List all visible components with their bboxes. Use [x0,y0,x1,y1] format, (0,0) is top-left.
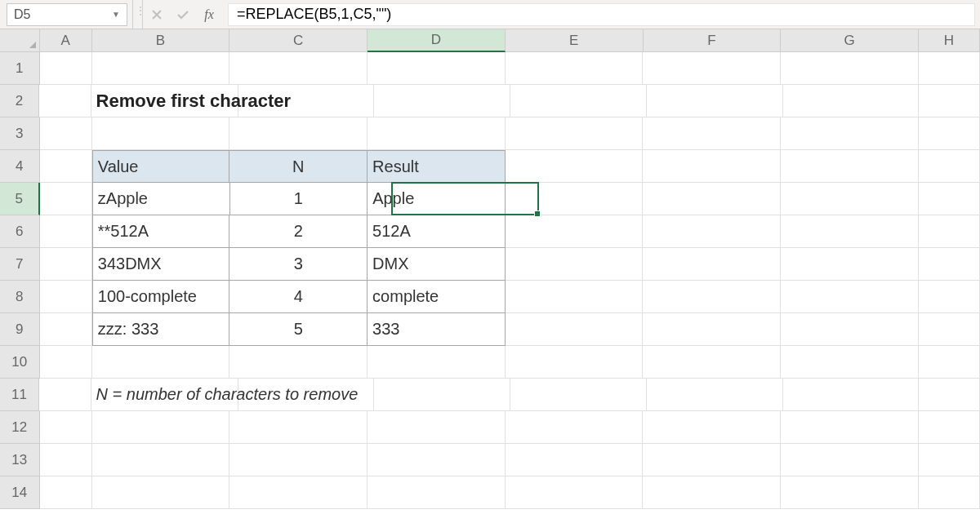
row-head-12[interactable]: 12 [0,411,40,444]
row-head-1[interactable]: 1 [0,52,40,85]
cell-F1[interactable] [643,52,781,85]
cell-A2[interactable] [39,85,91,117]
cell-C9[interactable]: 5 [229,313,368,346]
cell-B11[interactable]: N = number of characters to remove [91,379,238,411]
cell-G14[interactable] [781,476,919,509]
cell-F9[interactable] [643,313,781,346]
cell-H11[interactable] [919,379,980,411]
cell-E1[interactable] [506,52,644,85]
cell-G5[interactable] [781,183,919,215]
cell-E13[interactable] [506,444,644,476]
cell-F3[interactable] [643,117,781,150]
cell-C12[interactable] [229,411,368,444]
cell-F11[interactable] [647,379,783,411]
cell-H5[interactable] [919,183,980,215]
cell-D3[interactable] [368,117,506,150]
cell-D2[interactable] [374,85,510,117]
cell-G1[interactable] [781,52,919,85]
select-all-corner[interactable] [0,29,40,52]
cell-F12[interactable] [643,411,781,444]
cell-H8[interactable] [919,281,980,313]
cell-D1[interactable] [368,52,506,85]
cell-F2[interactable] [647,85,783,117]
cell-C6[interactable]: 2 [229,215,368,248]
col-head-H[interactable]: H [919,29,980,52]
cell-H10[interactable] [919,346,980,379]
cell-D9[interactable]: 333 [368,313,506,346]
enter-icon[interactable] [176,7,190,22]
cell-H13[interactable] [919,444,980,476]
cell-B14[interactable] [92,476,230,509]
cell-C10[interactable] [229,346,368,379]
row-head-3[interactable]: 3 [0,117,40,150]
cell-E4[interactable] [506,150,644,183]
cancel-icon[interactable] [149,7,164,22]
cell-D8[interactable]: complete [368,281,506,313]
cell-H1[interactable] [919,52,980,85]
cell-F14[interactable] [643,476,781,509]
cell-F6[interactable] [643,215,781,248]
cell-A5[interactable] [40,183,92,215]
cell-E12[interactable] [506,411,644,444]
name-box[interactable]: D5 ▼ [7,3,127,26]
cell-E5[interactable] [506,183,644,215]
cell-A3[interactable] [40,117,92,150]
cell-E6[interactable] [506,215,644,248]
cell-A7[interactable] [40,248,92,281]
insert-function-icon[interactable]: fx [202,7,216,22]
cell-H7[interactable] [919,248,980,281]
cell-H2[interactable] [919,85,980,117]
cell-F8[interactable] [643,281,781,313]
cell-G13[interactable] [781,444,919,476]
cell-C13[interactable] [229,444,368,476]
cell-C5[interactable]: 1 [230,183,368,215]
cell-A10[interactable] [40,346,92,379]
cell-A9[interactable] [40,313,92,346]
cell-G6[interactable] [781,215,919,248]
cell-B1[interactable] [92,52,230,85]
row-head-9[interactable]: 9 [0,313,40,346]
cell-E11[interactable] [510,379,647,411]
cell-D7[interactable]: DMX [368,248,506,281]
cell-B3[interactable] [92,117,230,150]
row-head-2[interactable]: 2 [0,85,39,117]
cell-H4[interactable] [919,150,980,183]
cell-A11[interactable] [39,379,91,411]
col-head-C[interactable]: C [229,29,368,52]
cell-F4[interactable] [643,150,781,183]
row-head-11[interactable]: 11 [0,379,39,411]
cell-B12[interactable] [92,411,230,444]
cell-C3[interactable] [229,117,368,150]
cell-F10[interactable] [643,346,781,379]
cell-G4[interactable] [781,150,919,183]
row-head-8[interactable]: 8 [0,281,40,313]
cell-D5[interactable]: Apple [368,183,506,215]
cell-E10[interactable] [506,346,644,379]
cell-A12[interactable] [40,411,92,444]
cell-B2[interactable]: Remove first character [91,85,238,117]
cell-F13[interactable] [643,444,781,476]
cell-H9[interactable] [919,313,980,346]
cell-A6[interactable] [40,215,92,248]
cell-E2[interactable] [510,85,647,117]
cell-A8[interactable] [40,281,92,313]
cell-A1[interactable] [40,52,92,85]
cell-B6[interactable]: **512A [92,215,230,248]
cell-B5[interactable]: zApple [92,183,230,215]
cell-D4[interactable]: Result [368,150,506,183]
cell-D10[interactable] [368,346,506,379]
row-head-6[interactable]: 6 [0,215,40,248]
cell-D6[interactable]: 512A [368,215,506,248]
cell-B9[interactable]: zzz: 333 [92,313,230,346]
cell-H12[interactable] [919,411,980,444]
cell-D14[interactable] [368,476,506,509]
cell-G3[interactable] [781,117,919,150]
cell-C14[interactable] [229,476,368,509]
cell-C7[interactable]: 3 [229,248,368,281]
cell-B4[interactable]: Value [92,150,230,183]
cell-G10[interactable] [781,346,919,379]
cell-G9[interactable] [781,313,919,346]
col-head-F[interactable]: F [644,29,782,52]
row-head-5[interactable]: 5 [0,183,40,215]
cell-B8[interactable]: 100-complete [92,281,230,313]
